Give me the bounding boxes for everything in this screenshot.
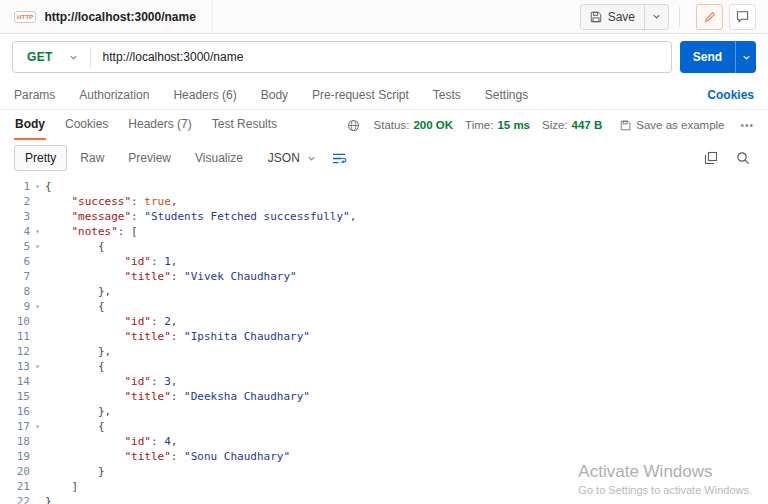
code-line: 21 ] — [0, 479, 768, 494]
chevron-down-icon — [69, 53, 78, 62]
postman-app: HTTP http://localhost:3000/name Save — [0, 0, 768, 504]
code-text: "title": "Sonu Chaudhary" — [45, 449, 290, 464]
edit-button[interactable] — [696, 4, 723, 30]
save-example-icon — [620, 120, 631, 131]
code-text: } — [45, 494, 52, 504]
wrap-lines-button[interactable] — [332, 152, 347, 165]
response-tab-headers-7[interactable]: Headers (7) — [127, 110, 192, 140]
comment-button[interactable] — [729, 4, 756, 30]
line-number: 14 — [0, 374, 30, 389]
view-preview[interactable]: Preview — [117, 145, 182, 171]
send-button[interactable]: Send — [680, 41, 756, 73]
line-number: 1 — [0, 179, 30, 194]
fold-spacer — [30, 329, 45, 344]
code-text: { — [45, 299, 105, 314]
pencil-icon — [704, 11, 716, 23]
fold-toggle-icon[interactable]: ▾ — [30, 359, 45, 374]
fold-spacer — [30, 479, 45, 494]
code-line: 22} — [0, 494, 768, 504]
url-input[interactable]: http://localhost:3000/name — [91, 50, 671, 64]
search-button[interactable] — [736, 151, 750, 165]
code-line: 2 "success": true, — [0, 194, 768, 209]
line-number: 12 — [0, 344, 30, 359]
code-line: 15 "title": "Deeksha Chaudhary" — [0, 389, 768, 404]
code-text: "id": 2, — [45, 314, 177, 329]
size-label: Size: — [542, 119, 568, 131]
response-tools — [704, 151, 754, 165]
view-pretty[interactable]: Pretty — [14, 145, 67, 171]
request-tab-params[interactable]: Params — [14, 88, 55, 102]
send-menu-chevron[interactable] — [736, 41, 756, 73]
code-text: } — [45, 464, 105, 479]
response-body-viewer[interactable]: 1▾{2 "success": true,3 "message": "Stude… — [0, 176, 768, 504]
request-bar: GET http://localhost:3000/name Send — [0, 34, 768, 80]
fold-spacer — [30, 254, 45, 269]
request-tabs-row: ParamsAuthorizationHeaders (6)BodyPre-re… — [0, 80, 768, 110]
line-number: 8 — [0, 284, 30, 299]
line-number: 6 — [0, 254, 30, 269]
line-number: 16 — [0, 404, 30, 419]
request-tab-header[interactable]: HTTP http://localhost:3000/name — [0, 0, 213, 33]
response-tab-test-results[interactable]: Test Results — [211, 110, 278, 140]
request-tab-authorization[interactable]: Authorization — [79, 88, 149, 102]
time-value[interactable]: 15 ms — [497, 119, 530, 131]
status-label: Status: — [374, 119, 410, 131]
format-dropdown[interactable]: JSON — [268, 151, 316, 165]
code-line: 12 }, — [0, 344, 768, 359]
view-visualize[interactable]: Visualize — [184, 145, 254, 171]
tab-strip: HTTP http://localhost:3000/name Save — [0, 0, 768, 34]
save-button[interactable]: Save — [580, 4, 669, 30]
wrap-lines-icon — [332, 152, 347, 165]
copy-button[interactable] — [704, 151, 718, 165]
fold-spacer — [30, 344, 45, 359]
line-number: 10 — [0, 314, 30, 329]
line-number: 7 — [0, 269, 30, 284]
save-menu-chevron[interactable] — [644, 5, 668, 29]
send-button-label[interactable]: Send — [680, 41, 735, 73]
request-tab-title: http://localhost:3000/name — [44, 10, 195, 24]
code-lines: 1▾{2 "success": true,3 "message": "Stude… — [0, 179, 768, 504]
code-text: ] — [45, 479, 78, 494]
fold-toggle-icon[interactable]: ▾ — [30, 239, 45, 254]
fold-toggle-icon[interactable]: ▾ — [30, 179, 45, 194]
response-tab-body[interactable]: Body — [14, 110, 46, 140]
code-text: { — [45, 419, 105, 434]
request-tab-pre-request-script[interactable]: Pre-request Script — [312, 88, 409, 102]
view-raw[interactable]: Raw — [69, 145, 115, 171]
method-dropdown[interactable]: GET — [13, 50, 90, 64]
fold-toggle-icon[interactable]: ▾ — [30, 299, 45, 314]
save-button-main[interactable]: Save — [581, 5, 644, 29]
request-tab-headers-6[interactable]: Headers (6) — [173, 88, 236, 102]
cookies-link[interactable]: Cookies — [707, 88, 754, 102]
size-value[interactable]: 447 B — [572, 119, 603, 131]
response-header-row: BodyCookiesHeaders (7)Test Results Statu… — [0, 110, 768, 140]
status-value[interactable]: 200 OK — [413, 119, 453, 131]
fold-spacer — [30, 314, 45, 329]
fold-spacer — [30, 434, 45, 449]
save-as-example-button[interactable]: Save as example — [620, 119, 724, 131]
line-number: 15 — [0, 389, 30, 404]
fold-toggle-icon[interactable]: ▾ — [30, 224, 45, 239]
request-tab-tests[interactable]: Tests — [433, 88, 461, 102]
fold-spacer — [30, 209, 45, 224]
code-line: 5▾ { — [0, 239, 768, 254]
code-text: }, — [45, 284, 111, 299]
code-line: 8 }, — [0, 284, 768, 299]
code-line: 9▾ { — [0, 299, 768, 314]
network-icon — [347, 119, 360, 132]
code-line: 3 "message": "Students Fetched successfu… — [0, 209, 768, 224]
code-line: 18 "id": 4, — [0, 434, 768, 449]
fold-toggle-icon[interactable]: ▾ — [30, 419, 45, 434]
more-options-icon[interactable]: ••• — [740, 120, 754, 131]
comment-icon — [736, 10, 749, 23]
code-text: { — [45, 359, 105, 374]
request-tab-body[interactable]: Body — [261, 88, 288, 102]
url-container: GET http://localhost:3000/name — [12, 41, 672, 73]
request-tab-settings[interactable]: Settings — [485, 88, 528, 102]
response-tab-cookies[interactable]: Cookies — [64, 110, 109, 140]
code-text: }, — [45, 404, 111, 419]
code-line: 14 "id": 3, — [0, 374, 768, 389]
search-icon — [736, 151, 750, 165]
line-number: 9 — [0, 299, 30, 314]
view-toggle: PrettyRawPreviewVisualize — [14, 145, 254, 171]
